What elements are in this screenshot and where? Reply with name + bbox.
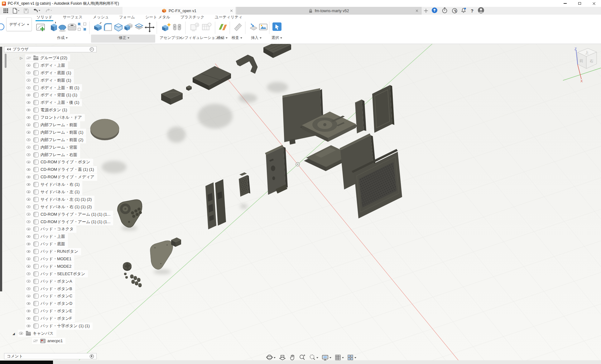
job-status-icon[interactable] <box>431 7 438 15</box>
visibility-eye-icon[interactable] <box>33 339 38 343</box>
collapse-panel-icon[interactable] <box>7 48 11 50</box>
browser-row[interactable]: 内部フレーム・背面 <box>0 144 113 151</box>
tab-surface[interactable]: サーフェス <box>62 14 84 21</box>
visibility-eye-icon[interactable] <box>26 198 31 201</box>
browser-row[interactable]: パッド・MODE1 <box>0 255 113 263</box>
viewports-icon[interactable] <box>347 354 356 361</box>
browser-row[interactable]: パッド・ボタンF <box>0 315 113 322</box>
app-grid-menu-button[interactable] <box>3 8 8 13</box>
visibility-eye-icon[interactable] <box>26 280 31 283</box>
remove-panel-icon[interactable] <box>90 47 94 51</box>
shell-icon[interactable] <box>115 24 122 31</box>
visibility-eye-icon[interactable] <box>26 235 31 238</box>
browser-row[interactable]: パッド・ボタンD <box>0 300 113 307</box>
browser-header[interactable]: ブラウザ <box>4 46 97 52</box>
visibility-eye-icon[interactable] <box>26 146 31 149</box>
pan-icon[interactable] <box>289 354 296 361</box>
user-avatar[interactable] <box>478 7 484 15</box>
visibility-eye-icon[interactable] <box>19 332 24 335</box>
browser-row[interactable]: サイドパネル・左 (1) <box>0 188 113 196</box>
history-clock-icon[interactable]: 1 <box>452 8 457 14</box>
new-tab-button[interactable] <box>423 8 429 13</box>
browser-row[interactable]: パッド・MODE2 <box>0 263 113 270</box>
browser-row[interactable]: パッド・ボタンE <box>0 307 113 315</box>
browser-row[interactable]: パッド・SELECTボタン <box>0 270 113 278</box>
browser-row[interactable]: グループ4 (22) <box>0 54 113 62</box>
browser-row[interactable]: CD-ROMドライブ・メディア <box>0 173 113 181</box>
visibility-eye-icon[interactable] <box>26 324 31 328</box>
visibility-eye-icon[interactable] <box>26 108 31 112</box>
browser-row[interactable]: ボディ・上面 <box>0 62 113 69</box>
visibility-eye-icon[interactable] <box>26 250 31 253</box>
add-comment-icon[interactable] <box>90 354 94 358</box>
workspace-selector[interactable]: デザイン <box>6 17 32 31</box>
part-side-bracket[interactable] <box>265 145 288 195</box>
tab-close-icon[interactable] <box>230 9 233 12</box>
browser-row[interactable]: 内部フレーム・前面 <box>0 121 113 129</box>
visibility-eye-icon[interactable] <box>26 183 31 186</box>
group-insert[interactable]: 挿入 <box>251 35 262 41</box>
view-cube[interactable]: 上 前 右 Z X <box>560 46 601 86</box>
expand-arrow-icon[interactable] <box>12 331 18 335</box>
browser-row[interactable]: パッド・十字ボタン (1) (1) <box>0 322 113 330</box>
visibility-eye-icon[interactable] <box>26 123 31 127</box>
browser-row[interactable]: パッド・ボタンA <box>0 278 113 285</box>
revolve-icon[interactable] <box>59 25 66 32</box>
browser-row[interactable]: CD-ROMドライブ・蓋 (1) (1) <box>0 166 113 173</box>
create-sketch-icon[interactable] <box>36 24 45 31</box>
browser-row[interactable]: 内部フレーム・前面 (1) <box>0 129 113 136</box>
expand-arrow-icon[interactable] <box>20 56 25 60</box>
visibility-eye-icon[interactable] <box>26 205 31 209</box>
tab-form[interactable]: フォーム <box>118 14 136 21</box>
visibility-eye-icon[interactable] <box>26 213 31 216</box>
redo-button[interactable] <box>44 8 53 13</box>
visibility-eye-icon[interactable] <box>26 79 31 82</box>
visibility-eye-icon[interactable] <box>26 227 31 231</box>
visibility-eye-icon[interactable] <box>26 175 31 179</box>
insert-mesh-icon[interactable] <box>250 24 257 30</box>
help-icon[interactable]: ? <box>471 8 474 13</box>
document-tab-inactive[interactable]: fm-towns-marty v52 <box>236 7 421 15</box>
browser-row[interactable]: サイドパネル・右 (1) <box>0 181 113 188</box>
visibility-eye-icon[interactable] <box>26 302 31 305</box>
browser-row[interactable]: サイドパネル・左 (1) (1) (2) <box>0 196 113 203</box>
browser-row[interactable]: ボディ・前面 (1) <box>0 77 113 84</box>
group-select[interactable]: 選択 <box>272 35 282 41</box>
pattern-icon[interactable] <box>78 23 86 31</box>
visibility-eye-icon[interactable] <box>26 265 31 268</box>
group-modify[interactable]: 修正 <box>119 35 129 41</box>
hole-icon[interactable] <box>68 24 76 30</box>
browser-row[interactable]: パッド・RUNボタン <box>0 248 113 255</box>
browser-scrollbar[interactable] <box>5 54 7 68</box>
new-component-icon[interactable] <box>162 23 171 31</box>
visibility-eye-icon[interactable] <box>26 116 31 119</box>
browser-row[interactable]: ボディ・上面・前 (1) <box>0 84 113 92</box>
browser-row[interactable]: キャンバス <box>0 330 113 337</box>
browser-row[interactable]: パッド・底面 <box>0 240 113 248</box>
grid-display-icon[interactable] <box>335 354 344 361</box>
move-icon[interactable] <box>145 22 155 32</box>
save-button[interactable] <box>23 8 29 14</box>
tab-close-icon[interactable] <box>416 9 418 12</box>
part-vertical-panel[interactable] <box>355 100 366 133</box>
file-menu-button[interactable] <box>12 8 20 14</box>
visibility-eye-icon[interactable] <box>26 309 31 313</box>
insert-canvas-icon[interactable] <box>259 24 267 30</box>
browser-row[interactable]: CD-ROMドライブ・アーム (1) (1) (1... <box>0 211 113 218</box>
visibility-eye-icon[interactable] <box>26 93 31 97</box>
group-configuration[interactable]: コンフィギュレーション <box>177 35 222 41</box>
visibility-eye-icon[interactable] <box>26 153 31 157</box>
visibility-eye-icon[interactable] <box>26 317 31 320</box>
tab-sheet-metal[interactable]: シート メタル <box>144 14 171 21</box>
group-construct[interactable]: 構築 <box>217 35 228 41</box>
document-tab-active[interactable]: PC-FX_open v1 <box>123 7 236 15</box>
browser-row[interactable]: anecpc1 <box>0 337 113 345</box>
visibility-eye-icon[interactable] <box>26 257 31 261</box>
minimize-button[interactable] <box>558 0 572 7</box>
look-at-icon[interactable] <box>279 354 286 361</box>
origin-marker[interactable] <box>296 162 300 166</box>
browser-row[interactable]: 内部フレーム・前面 (2) <box>0 136 113 144</box>
browser-row[interactable]: CD-ROMドライブ・ボタン <box>0 158 113 166</box>
browser-row[interactable]: ボディ・底面 (1) <box>0 69 113 77</box>
visibility-eye-icon[interactable] <box>26 86 31 90</box>
